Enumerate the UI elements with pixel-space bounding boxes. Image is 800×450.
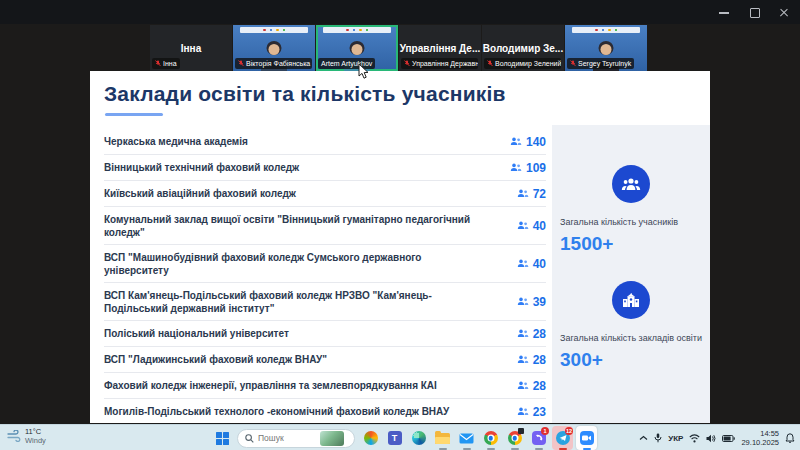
taskbar-file-explorer[interactable] [432, 426, 453, 450]
search-box[interactable] [237, 429, 355, 448]
participant-count: 40 [498, 257, 546, 271]
file-explorer-icon [435, 433, 450, 444]
institution-name: ВСП "Машинобудівний фаховий коледж Сумсь… [104, 251, 476, 277]
profile-badge [518, 428, 524, 434]
institutions-list: Черкаська медична академія 140 Вінницьки… [104, 129, 546, 425]
volume-icon[interactable] [706, 434, 716, 443]
close-button[interactable] [778, 6, 790, 18]
weather-widget[interactable]: 11°C Windy [7, 427, 46, 446]
conference-banner [572, 27, 640, 33]
institution-name: ВСП "Ладижинський фаховий коледж ВНАУ" [104, 353, 327, 366]
taskbar-zoom[interactable] [576, 426, 597, 450]
chrome-icon [484, 431, 498, 445]
weather-temp: 11°C [25, 427, 46, 436]
participant-tile-artem-active-speaker[interactable]: Artem Artyukhov [316, 25, 398, 71]
institution-row: ВСП "Машинобудівний фаховий коледж Сумсь… [104, 245, 546, 283]
search-icon [245, 434, 254, 443]
taskbar-chrome-profile-2[interactable] [504, 426, 525, 450]
notification-bell-icon[interactable] [785, 433, 795, 444]
window-titlebar [0, 0, 800, 24]
taskbar-copilot[interactable] [360, 426, 381, 450]
participant-count: 109 [498, 161, 546, 175]
maximize-button[interactable] [748, 6, 760, 18]
taskbar-viber[interactable]: 1 [528, 426, 549, 450]
minimize-button[interactable] [718, 6, 730, 18]
window-controls [718, 0, 790, 24]
screenshare-slide: Заклади освіти та кількість учасників Че… [90, 71, 710, 423]
people-icon [517, 355, 529, 364]
institution-name: Комунальний заклад вищої освіти "Вінниць… [104, 213, 476, 239]
institution-name: Київський авіаційний фаховий коледж [104, 187, 296, 200]
tray-chevron-up-icon[interactable] [639, 435, 648, 441]
stat-value: 300+ [560, 349, 603, 371]
clock-time: 14:55 [741, 429, 779, 438]
participant-tile-viktoria[interactable]: Вікторія Фабіянська [233, 25, 315, 71]
copilot-icon [364, 431, 378, 445]
teams-icon: T [388, 431, 402, 445]
institution-row: Фаховий коледж інженерії, управління та … [104, 373, 546, 399]
participant-count: 28 [498, 353, 546, 367]
participant-strip: Інна Інна Вікторія Фабіянська Artem Arty… [150, 25, 650, 71]
search-input[interactable] [258, 433, 316, 443]
participant-tile-upravlinnya[interactable]: Управління Де... Управління Державно... [399, 25, 481, 71]
participant-tile-inna[interactable]: Інна Інна [150, 25, 232, 71]
school-building-icon [622, 293, 640, 308]
taskbar-edge[interactable] [408, 426, 429, 450]
windows-logo-icon [216, 432, 229, 445]
participant-count: 39 [498, 295, 546, 309]
institution-row: Могилів-Подільський технолого -економічн… [104, 399, 546, 425]
conference-banner [323, 27, 391, 33]
language-indicator[interactable]: УКР [668, 434, 683, 443]
stat-label: Загальна кількість закладів освіти [560, 333, 702, 343]
taskbar-chrome[interactable] [480, 426, 501, 450]
taskbar-telegram[interactable]: 12 [552, 426, 573, 450]
people-icon [517, 297, 529, 306]
stat-card-participants: Загальна кількість учасників 1500+ [560, 165, 702, 255]
battery-icon[interactable] [722, 435, 735, 442]
participant-count: 23 [498, 405, 546, 419]
participant-count: 28 [498, 379, 546, 393]
clock[interactable]: 14:55 29.10.2025 [741, 429, 779, 447]
people-icon [517, 189, 529, 198]
mic-muted-icon [238, 60, 244, 67]
title-underline [105, 113, 163, 116]
institution-row: Комунальний заклад вищої освіти "Вінниць… [104, 207, 546, 245]
stat-value: 1500+ [560, 233, 613, 255]
people-group-icon [621, 177, 641, 192]
participant-tile-volodymyr[interactable]: Володимир Зе... Володимир Зелений [482, 25, 564, 71]
mail-icon [459, 433, 474, 444]
system-tray: УКР 14:55 29.10.2025 [639, 425, 795, 450]
taskbar-outlook[interactable] [456, 426, 477, 450]
taskbar-teams[interactable]: T [384, 426, 405, 450]
people-icon [517, 407, 529, 416]
telegram-badge: 12 [565, 427, 573, 435]
participant-tile-sergey[interactable]: Sergey Tsyrulnyk [565, 25, 647, 71]
participant-name-tag: Володимир Зелений [484, 58, 561, 69]
zoom-meeting-window: Інна Інна Вікторія Фабіянська Artem Arty… [0, 0, 800, 450]
slide-title: Заклади освіти та кількість учасників [104, 82, 506, 106]
mic-muted-icon [155, 60, 161, 67]
stat-label: Загальна кількість учасників [560, 217, 678, 227]
taskbar: 11°C Windy T [0, 424, 800, 450]
people-icon [510, 137, 522, 146]
stats-panel: Загальна кількість учасників 1500+ Загал… [552, 125, 710, 423]
zoom-camera-icon [580, 431, 594, 445]
start-button[interactable] [212, 427, 232, 449]
mouse-cursor [358, 64, 370, 80]
tray-microphone-icon[interactable] [654, 433, 662, 443]
people-icon [517, 221, 529, 230]
participant-name-tag: Управління Державно... [401, 58, 478, 69]
participant-count: 140 [498, 135, 546, 149]
institution-name: Фаховий коледж інженерії, управління та … [104, 379, 437, 392]
search-highlight-thumbnail[interactable] [320, 431, 344, 446]
institution-row: ВСП Кам'янець-Подільський фаховий коледж… [104, 283, 546, 321]
stat-icon-circle [612, 281, 650, 319]
wifi-icon[interactable] [689, 434, 700, 443]
weather-condition: Windy [25, 436, 46, 445]
institution-row: Вінницький технічний фаховий коледж 109 [104, 155, 546, 181]
viber-badge: 1 [541, 427, 549, 435]
stat-card-institutions: Загальна кількість закладів освіти 300+ [560, 281, 702, 371]
institution-row: Київський авіаційний фаховий коледж 72 [104, 181, 546, 207]
participant-count: 72 [498, 187, 546, 201]
participant-count: 40 [498, 219, 546, 233]
